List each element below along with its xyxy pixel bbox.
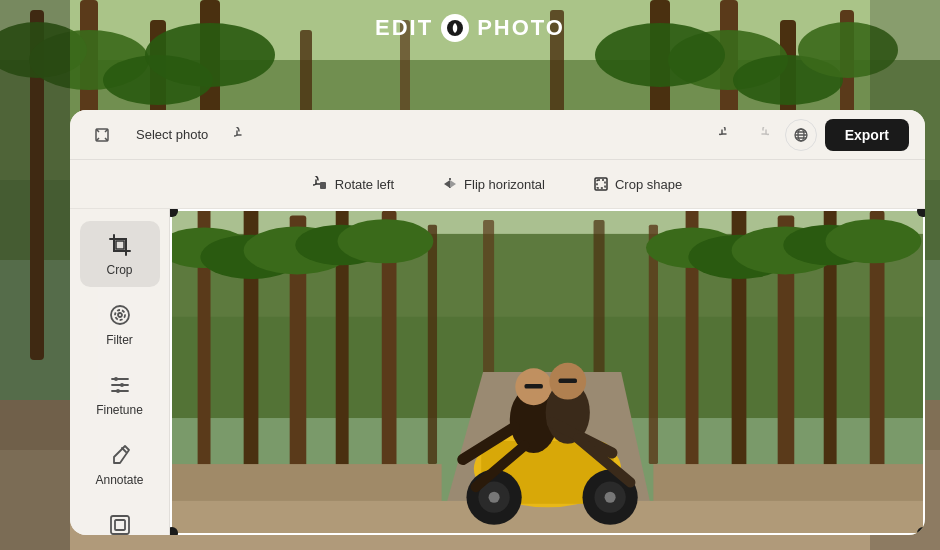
flip-horizontal-button[interactable]: Flip horizontal (430, 170, 557, 198)
svg-point-56 (115, 310, 125, 320)
annotate-icon (106, 441, 134, 469)
select-photo-button[interactable]: Select photo (126, 121, 218, 148)
svg-point-98 (826, 219, 922, 263)
flip-horizontal-label: Flip horizontal (464, 177, 545, 192)
export-button[interactable]: Export (825, 119, 909, 151)
svg-point-93 (338, 219, 434, 263)
svg-point-61 (114, 377, 118, 381)
svg-rect-117 (559, 378, 577, 383)
svg-point-63 (116, 389, 120, 393)
undo-redo-group (711, 119, 777, 151)
svg-rect-54 (116, 241, 124, 249)
rotate-left-button[interactable]: Rotate left (301, 170, 406, 198)
filter-icon (106, 301, 134, 329)
frame-icon (106, 511, 134, 535)
app-logo (441, 14, 469, 42)
select-photo-label: Select photo (136, 127, 208, 142)
sidebar-item-filter[interactable]: Filter (80, 291, 160, 357)
svg-rect-53 (597, 180, 605, 188)
redo-button[interactable] (745, 119, 777, 151)
svg-point-62 (120, 383, 124, 387)
crop-shape-button[interactable]: Crop shape (581, 170, 694, 198)
svg-rect-66 (115, 520, 125, 530)
crop-shape-label: Crop shape (615, 177, 682, 192)
title-part2: PHOTO (477, 15, 565, 41)
editor-panel: Select photo (70, 110, 925, 535)
content-area: Crop Filter (70, 209, 925, 535)
svg-rect-51 (320, 182, 326, 189)
toolbar-right: Export (785, 119, 909, 151)
sidebar-crop-label: Crop (106, 263, 132, 277)
svg-point-108 (489, 492, 500, 503)
rotate-left-label: Rotate left (335, 177, 394, 192)
sidebar-item-crop[interactable]: Crop (80, 221, 160, 287)
top-toolbar: Select photo (70, 110, 925, 160)
left-sidebar: Crop Filter (70, 209, 170, 535)
history-button[interactable] (226, 119, 258, 151)
export-label: Export (845, 127, 889, 143)
svg-point-55 (111, 306, 129, 324)
toolbar-left: Select photo (86, 119, 703, 151)
sidebar-item-frame[interactable]: Frame (80, 501, 160, 535)
svg-rect-85 (428, 225, 437, 464)
language-button[interactable] (785, 119, 817, 151)
expand-button[interactable] (86, 119, 118, 151)
crop-icon (106, 231, 134, 259)
svg-rect-65 (111, 516, 129, 534)
svg-point-111 (605, 492, 616, 503)
canvas-area (170, 209, 925, 535)
sidebar-annotate-label: Annotate (95, 473, 143, 487)
svg-rect-42 (0, 0, 70, 550)
svg-point-57 (118, 313, 122, 317)
title-bar: EDIT PHOTO (0, 14, 940, 42)
title-part1: EDIT (375, 15, 433, 41)
svg-line-64 (122, 448, 126, 452)
finetune-icon (106, 371, 134, 399)
sidebar-filter-label: Filter (106, 333, 133, 347)
sidebar-item-finetune[interactable]: Finetune (80, 361, 160, 427)
sidebar-item-annotate[interactable]: Annotate (80, 431, 160, 497)
sidebar-finetune-label: Finetune (96, 403, 143, 417)
svg-rect-114 (524, 384, 542, 389)
secondary-toolbar: Rotate left Flip horizontal Crop shape (70, 160, 925, 209)
undo-button[interactable] (711, 119, 743, 151)
